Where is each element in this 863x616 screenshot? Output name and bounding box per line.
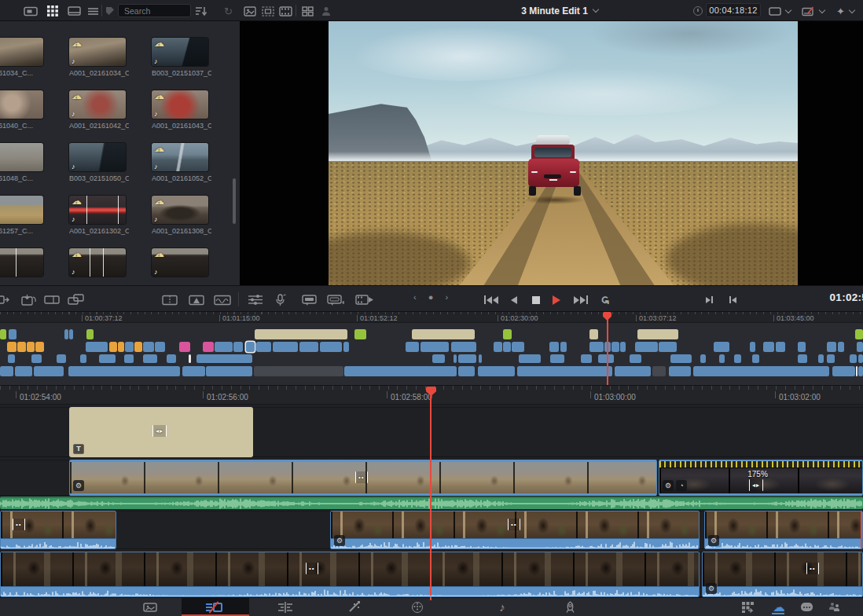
minimap-clip[interactable] <box>652 366 666 376</box>
timeline-clip-music[interactable] <box>0 497 863 509</box>
minimap-clip[interactable] <box>68 366 180 376</box>
search-input[interactable] <box>118 4 191 17</box>
minimap-clip[interactable] <box>750 342 755 352</box>
minimap-clip[interactable] <box>64 329 68 339</box>
minimap-clip[interactable] <box>494 342 502 352</box>
minimap-clip[interactable] <box>80 354 86 363</box>
place-on-top-icon[interactable] <box>68 294 85 306</box>
minimap-clip[interactable] <box>86 342 108 352</box>
skip-to-start-button[interactable] <box>484 294 498 306</box>
media-thumb[interactable] <box>0 143 43 171</box>
minimap-clip[interactable] <box>34 366 64 376</box>
bin-view-icon[interactable] <box>24 6 38 16</box>
minimap-clip[interactable] <box>827 354 835 363</box>
minimap-clip[interactable] <box>763 342 774 352</box>
minimap-clip[interactable] <box>420 342 449 352</box>
media-thumb[interactable]: ☁↑♪ <box>69 38 126 66</box>
media-thumb[interactable]: ☁↑♪ <box>152 143 208 171</box>
minimap-clip[interactable] <box>31 354 42 363</box>
effects-icon[interactable] <box>214 294 231 306</box>
minimap-clip[interactable] <box>512 342 524 352</box>
minimap-clip[interactable] <box>635 342 658 352</box>
media-thumb[interactable] <box>0 90 43 119</box>
play-reverse-button[interactable] <box>511 294 517 306</box>
minimap-clip[interactable] <box>182 366 205 376</box>
minimap-clip[interactable] <box>196 354 252 363</box>
minimap-clip[interactable] <box>620 342 626 352</box>
transition-icon[interactable] <box>162 294 178 306</box>
previous-edit-button[interactable] <box>729 294 736 306</box>
minimap-clip[interactable] <box>299 342 318 352</box>
minimap-clip[interactable] <box>273 342 298 352</box>
minimap-clip[interactable] <box>0 329 6 339</box>
timeline-playhead[interactable] <box>426 387 427 596</box>
sync-icon[interactable]: ↻ <box>224 6 233 16</box>
minimap-clip[interactable] <box>615 366 651 376</box>
stop-button[interactable] <box>532 294 540 306</box>
viewer-options-button[interactable] <box>769 6 791 16</box>
minimap-clip[interactable] <box>57 354 66 363</box>
minimap-clip[interactable] <box>479 354 482 363</box>
minimap-clip[interactable] <box>17 342 26 352</box>
media-thumb[interactable]: ☁↑♪ <box>152 90 208 119</box>
timeline-clip-interview[interactable]: ⚙ <box>704 511 863 549</box>
title-tool-icon[interactable] <box>189 294 204 306</box>
append-clip-icon[interactable] <box>44 294 60 306</box>
minimap-clip[interactable] <box>255 329 347 339</box>
tag-icon[interactable] <box>106 6 114 16</box>
play-button[interactable] <box>553 294 560 306</box>
media-thumb[interactable] <box>0 196 43 224</box>
minimap-clip[interactable] <box>189 354 191 363</box>
chat-icon[interactable] <box>798 598 815 616</box>
minimap-clip[interactable] <box>27 342 35 352</box>
collaboration-icon[interactable] <box>825 598 844 616</box>
minimap-clip[interactable] <box>179 342 190 352</box>
timeline-clip-interview2[interactable]: ••⚙ <box>702 552 863 597</box>
minimap-clip[interactable] <box>818 354 824 363</box>
minimap-clip[interactable] <box>798 354 807 363</box>
media-thumb[interactable] <box>0 38 43 66</box>
strip-view-icon[interactable] <box>68 6 81 16</box>
minimap-clip[interactable] <box>15 366 32 376</box>
media-pool-scrollbar[interactable] <box>233 178 236 224</box>
render-in-place-icon[interactable] <box>355 294 374 306</box>
minimap-clip[interactable] <box>503 329 512 339</box>
minimap-clip[interactable] <box>256 342 271 352</box>
minimap-clip[interactable] <box>827 342 836 352</box>
minimap-playhead[interactable] <box>604 312 604 385</box>
minimap-clip[interactable] <box>630 354 641 363</box>
minimap-clip[interactable] <box>714 342 729 352</box>
timeline-clip-interview2[interactable]: •• <box>0 552 700 597</box>
minimap-clip[interactable] <box>354 329 366 339</box>
loop-button[interactable]: ↻ <box>600 294 610 306</box>
minimap-clip[interactable] <box>458 366 475 376</box>
minimap-clip[interactable] <box>719 354 725 363</box>
media-thumb[interactable] <box>0 248 43 277</box>
minimap-clip[interactable] <box>752 354 759 363</box>
minimap-clip[interactable] <box>669 366 691 376</box>
minimap-clip[interactable] <box>109 342 117 352</box>
minimap-clip[interactable] <box>233 342 243 352</box>
minimap-clip[interactable] <box>857 342 863 352</box>
minimap-clip[interactable] <box>143 342 154 352</box>
tools-button[interactable] <box>802 6 824 16</box>
timeline-title-selector[interactable]: 3 Minute Edit 1 <box>465 0 654 21</box>
minimap-clip[interactable] <box>215 342 233 352</box>
minimap-clip[interactable] <box>850 354 857 363</box>
grid-view-icon[interactable] <box>47 6 58 16</box>
timeline-clip-road[interactable]: ••⚙ <box>69 460 657 496</box>
skip-to-end-button[interactable] <box>574 294 588 306</box>
minimap-clip[interactable] <box>670 354 692 363</box>
minimap-clip[interactable] <box>503 342 511 352</box>
timeline-clip-interview[interactable]: •• <box>0 511 116 549</box>
list-view-icon[interactable] <box>88 6 98 16</box>
minimap-clip[interactable] <box>517 366 612 376</box>
caption-poi-icon[interactable] <box>302 294 319 306</box>
minimap-clip[interactable] <box>858 366 863 376</box>
minimap-clip[interactable] <box>86 329 94 339</box>
media-thumb[interactable]: ☁↑♪ <box>69 248 126 277</box>
video-frame[interactable] <box>329 21 798 285</box>
minimap-clip[interactable] <box>320 342 342 352</box>
mixer-icon[interactable] <box>248 294 263 306</box>
timeline-clip-interview[interactable]: ••⚙ <box>330 511 700 549</box>
